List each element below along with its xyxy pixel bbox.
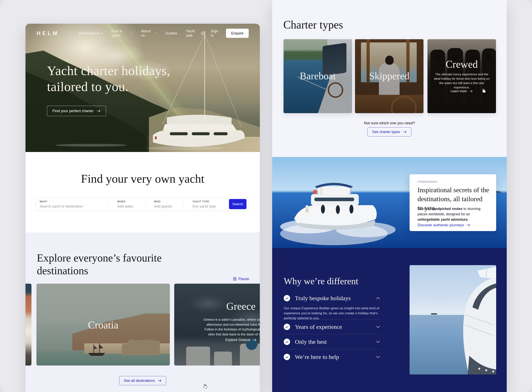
arrow-right-icon bbox=[158, 379, 162, 382]
nav-menu: Destinations Find a yacht About us Guide… bbox=[79, 29, 201, 38]
accordion-here-to-help[interactable]: We’re here to help bbox=[284, 352, 380, 362]
check-circle-icon bbox=[284, 339, 290, 345]
divider bbox=[284, 334, 380, 334]
greece-description: Greece is a sailor’s paradise, where cal… bbox=[174, 317, 260, 337]
crewed-title: Crewed bbox=[427, 58, 496, 70]
arrow-right-icon bbox=[403, 131, 407, 133]
search-field-yacht-type[interactable]: YACHT TYPE Any yacht type bbox=[192, 198, 224, 210]
itineraries-card: ITINERARIES Inspirational secrets of the… bbox=[410, 174, 496, 231]
mockup-canvas: HELM Destinations Find a yacht About us bbox=[0, 0, 532, 392]
charter-card-skippered[interactable]: Skippered bbox=[355, 39, 424, 113]
sign-in-link[interactable]: Sign in bbox=[211, 29, 220, 38]
accordion-body: Our unique Experience Builder gives us i… bbox=[284, 306, 383, 321]
chevron-down-icon bbox=[376, 356, 380, 358]
itineraries-body: Uncover handpicked routes to stunning pl… bbox=[417, 206, 488, 222]
check-circle-icon bbox=[284, 354, 290, 360]
carousel-pause-control[interactable]: Pause bbox=[233, 277, 249, 281]
nav-right-group: Sign in Enquire bbox=[201, 29, 249, 38]
itineraries-section: ITINERARIES Inspirational secrets of the… bbox=[272, 157, 507, 248]
guests-input[interactable]: Add guests bbox=[154, 204, 172, 209]
dates-input[interactable]: Add dates bbox=[117, 204, 133, 209]
check-circle-icon bbox=[284, 295, 290, 301]
top-navigation: HELM Destinations Find a yacht About us bbox=[25, 24, 260, 43]
arrow-right-icon bbox=[469, 90, 473, 92]
search-field-who[interactable]: WHO Add guests bbox=[154, 198, 182, 210]
why-different-section: Why we’re different Truly bespoke holida… bbox=[272, 248, 507, 392]
chevron-down-icon bbox=[376, 326, 380, 328]
charter-card-crewed[interactable]: Crewed The ultimate luxury experience an… bbox=[427, 39, 496, 113]
field-divider bbox=[183, 199, 183, 209]
destination-card-partial[interactable] bbox=[25, 284, 32, 365]
itineraries-eyebrow: ITINERARIES bbox=[417, 180, 437, 183]
hero-title: Yacht charter holidays, tailored to you. bbox=[47, 63, 170, 95]
pause-icon bbox=[233, 277, 236, 281]
why-different-heading: Why we’re different bbox=[284, 276, 358, 286]
chevron-up-icon bbox=[376, 297, 380, 299]
see-all-destinations-button[interactable]: See all destinations bbox=[119, 376, 166, 385]
charter-types-heading: Charter types bbox=[283, 18, 343, 31]
helm-logo[interactable]: HELM bbox=[37, 30, 59, 37]
search-heading: Find your very own yacht bbox=[25, 172, 260, 186]
accordion-only-the-best[interactable]: Only the best bbox=[284, 337, 380, 347]
explore-greece-link[interactable]: Explore Greece bbox=[174, 338, 260, 342]
see-charter-types-button[interactable]: See charter types bbox=[367, 127, 411, 136]
nav-item-yacht-sale[interactable]: Yacht sale bbox=[185, 29, 200, 38]
globe-icon[interactable] bbox=[201, 31, 205, 36]
bareboat-title: Bareboat bbox=[283, 70, 352, 81]
discover-journeys-link[interactable]: Discover authentic journeys bbox=[417, 223, 470, 227]
yacht-bow-image bbox=[410, 265, 496, 374]
charter-helper-text: Not sure which one you need? bbox=[272, 121, 507, 125]
field-divider bbox=[108, 199, 108, 209]
destination-card-croatia[interactable]: Croatia bbox=[37, 284, 170, 365]
find-perfect-charter-button[interactable]: Find your perfect charter bbox=[47, 106, 106, 116]
hero-section: HELM Destinations Find a yacht About us bbox=[25, 24, 260, 152]
yacht-type-select[interactable]: Any yacht type bbox=[192, 204, 216, 209]
arrow-right-icon bbox=[253, 339, 257, 341]
croatia-title: Croatia bbox=[37, 319, 170, 331]
destinations-section: Explore everyone’s favourite destination… bbox=[25, 233, 260, 392]
yacht-search-section: Find your very own yacht WHAT Search yac… bbox=[25, 152, 260, 233]
search-field-what[interactable]: WHAT Search yacht or destination bbox=[40, 198, 107, 210]
skippered-title: Skippered bbox=[355, 70, 424, 81]
chevron-down-icon bbox=[101, 33, 103, 34]
arrow-right-icon bbox=[97, 110, 101, 112]
nav-item-guides[interactable]: Guides bbox=[165, 31, 177, 35]
sailing-ship-silhouette bbox=[86, 343, 108, 357]
destinations-heading: Explore everyone’s favourite destination… bbox=[37, 252, 162, 277]
enquire-button[interactable]: Enquire bbox=[226, 29, 249, 38]
accordion-truly-bespoke[interactable]: Truly bespoke holidays bbox=[284, 293, 380, 303]
yacht-photo-card bbox=[410, 265, 496, 374]
nav-item-destinations[interactable]: Destinations bbox=[79, 31, 103, 35]
chevron-down-icon bbox=[376, 341, 380, 343]
yacht-search-bar: WHAT Search yacht or destination WHEN Ad… bbox=[36, 197, 248, 211]
charter-types-screenshot: Charter types Bareboat Skippered bbox=[272, 0, 507, 392]
destinations-carousel: Croatia Greece Greece is a sailor’s pa bbox=[25, 284, 260, 365]
nav-item-find-a-yacht[interactable]: Find a yacht bbox=[111, 29, 132, 38]
arrow-right-icon bbox=[466, 224, 470, 226]
chevron-down-icon bbox=[131, 33, 132, 34]
search-field-when[interactable]: WHEN Add dates bbox=[117, 198, 145, 210]
nav-item-about-us[interactable]: About us bbox=[141, 29, 157, 38]
crewed-description: The ultimate luxury experience and the i… bbox=[433, 72, 491, 90]
hand-cursor bbox=[481, 88, 486, 93]
hand-cursor bbox=[202, 383, 208, 389]
search-button[interactable]: Search bbox=[229, 199, 246, 209]
greece-title: Greece bbox=[174, 300, 260, 312]
check-circle-icon bbox=[284, 324, 290, 330]
search-input[interactable]: Search yacht or destination bbox=[40, 204, 83, 209]
charter-card-bareboat[interactable]: Bareboat bbox=[283, 39, 352, 113]
destination-card-greece[interactable]: Greece Greece is a sailor’s paradise, wh… bbox=[174, 284, 260, 365]
homepage-screenshot: HELM Destinations Find a yacht About us bbox=[25, 24, 260, 392]
chevron-down-icon bbox=[155, 33, 157, 34]
accordion-years-experience[interactable]: Years of experience bbox=[284, 322, 380, 332]
